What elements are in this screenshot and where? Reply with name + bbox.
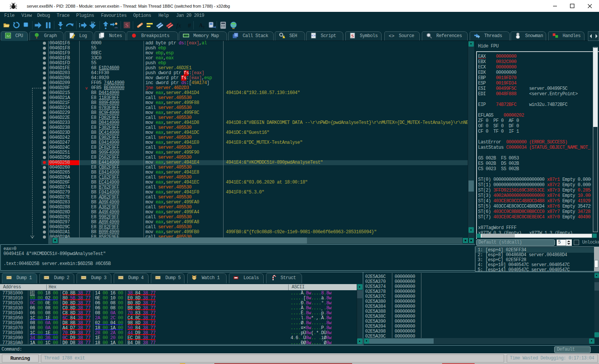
- svg-text:A₂: A₂: [199, 23, 204, 28]
- svg-text:S: S: [351, 33, 354, 39]
- svg-text:#: #: [188, 22, 191, 29]
- svg-text:32: 32: [6, 34, 10, 38]
- svg-text:<>: <>: [388, 34, 394, 39]
- svg-text:fx: fx: [176, 22, 181, 29]
- svg-text:<>: <>: [312, 34, 316, 38]
- svg-text:S: S: [125, 22, 128, 28]
